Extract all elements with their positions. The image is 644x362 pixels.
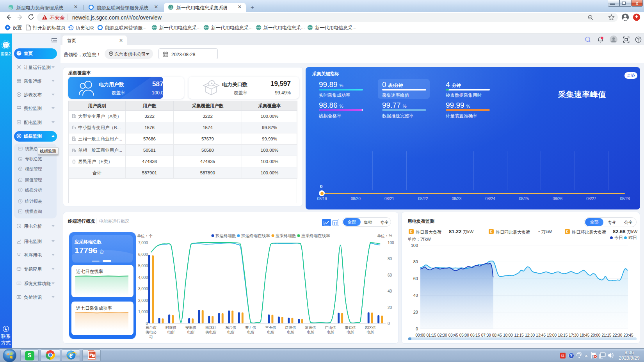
svg-text:电所: 电所 bbox=[347, 330, 354, 334]
svg-text:单位：个: 单位：个 bbox=[137, 234, 153, 238]
svg-text:3,000: 3,000 bbox=[138, 287, 148, 291]
svg-text:司: 司 bbox=[149, 335, 153, 339]
svg-text:23:45: 23:45 bbox=[623, 333, 633, 337]
svg-text:电所: 电所 bbox=[247, 330, 255, 334]
svg-text:21:15: 21:15 bbox=[601, 333, 611, 337]
svg-text:广山供: 广山供 bbox=[325, 325, 336, 330]
svg-text:20: 20 bbox=[388, 305, 392, 310]
svg-text:08:45: 08:45 bbox=[492, 333, 502, 337]
svg-text:15:00: 15:00 bbox=[547, 333, 557, 337]
svg-text:0: 0 bbox=[388, 321, 390, 326]
svg-text:11:15: 11:15 bbox=[514, 333, 524, 337]
svg-text:东台市: 东台市 bbox=[146, 325, 157, 330]
svg-text:5,000: 5,000 bbox=[138, 264, 148, 268]
svg-text:20: 20 bbox=[413, 310, 418, 314]
svg-text:60: 60 bbox=[413, 276, 418, 281]
svg-text:应采终端在线率: 应采终端在线率 bbox=[301, 233, 330, 238]
svg-text:18:45: 18:45 bbox=[580, 333, 589, 337]
svg-text:富东供: 富东供 bbox=[305, 325, 316, 330]
svg-text:电所: 电所 bbox=[287, 330, 295, 334]
svg-text:100: 100 bbox=[411, 243, 418, 248]
svg-text:80: 80 bbox=[388, 257, 392, 261]
svg-text:100: 100 bbox=[388, 241, 394, 245]
svg-text:17:30: 17:30 bbox=[569, 333, 578, 337]
svg-text:40: 40 bbox=[413, 293, 418, 298]
svg-text:12:30: 12:30 bbox=[525, 333, 535, 337]
svg-text:4,000: 4,000 bbox=[138, 275, 148, 280]
svg-text:00:00: 00:00 bbox=[415, 333, 425, 337]
svg-text:7,000: 7,000 bbox=[138, 241, 148, 245]
svg-text:园区供: 园区供 bbox=[365, 325, 376, 330]
svg-text:曹丿供: 曹丿供 bbox=[245, 325, 256, 330]
svg-text:20:00: 20:00 bbox=[591, 333, 600, 337]
svg-text:电所: 电所 bbox=[167, 330, 175, 334]
svg-text:e: e bbox=[69, 351, 73, 359]
svg-text:唐洋供: 唐洋供 bbox=[285, 325, 296, 330]
svg-text:电所: 电所 bbox=[307, 330, 315, 334]
svg-text:60: 60 bbox=[388, 273, 392, 277]
svg-text:单位：%: 单位：% bbox=[377, 234, 392, 238]
svg-text:东台供: 东台供 bbox=[225, 325, 237, 330]
svg-text:电所: 电所 bbox=[327, 330, 334, 334]
svg-text:时堰供: 时堰供 bbox=[165, 325, 177, 330]
svg-text:02:30: 02:30 bbox=[438, 333, 447, 337]
svg-text:10:00: 10:00 bbox=[503, 333, 513, 337]
svg-text:16:15: 16:15 bbox=[558, 333, 568, 337]
svg-text:6,000: 6,000 bbox=[138, 252, 148, 257]
svg-text:05:00: 05:00 bbox=[459, 333, 469, 337]
svg-text:供电所: 供电所 bbox=[205, 330, 217, 334]
svg-text:电所: 电所 bbox=[227, 330, 235, 334]
svg-text:投运终端在线率: 投运终端在线率 bbox=[241, 233, 270, 238]
svg-text:06:15: 06:15 bbox=[470, 333, 480, 337]
svg-text:电所: 电所 bbox=[267, 330, 275, 334]
svg-text:南沈灶: 南沈灶 bbox=[205, 325, 217, 330]
svg-text:应采终端数: 应采终端数 bbox=[276, 233, 296, 238]
svg-text:03:45: 03:45 bbox=[448, 333, 458, 337]
svg-text:电所: 电所 bbox=[187, 330, 195, 334]
svg-text:投运终端数: 投运终端数 bbox=[215, 233, 236, 238]
svg-text:07:30: 07:30 bbox=[481, 333, 491, 337]
svg-text:2,000: 2,000 bbox=[138, 298, 148, 303]
svg-text:安丰供: 安丰供 bbox=[185, 325, 197, 330]
svg-text:13:45: 13:45 bbox=[536, 333, 546, 337]
svg-text:40: 40 bbox=[388, 289, 392, 293]
svg-text:1,000: 1,000 bbox=[138, 310, 148, 314]
svg-text:三仓供: 三仓供 bbox=[265, 325, 276, 330]
svg-text:0: 0 bbox=[416, 327, 418, 331]
svg-text:电所: 电所 bbox=[366, 330, 374, 334]
svg-text:供电公: 供电公 bbox=[145, 330, 157, 334]
svg-text:80: 80 bbox=[413, 259, 418, 264]
svg-text:01:15: 01:15 bbox=[426, 333, 436, 337]
svg-text:22:30: 22:30 bbox=[612, 333, 622, 337]
svg-text:廉贻供: 廉贻供 bbox=[345, 325, 356, 330]
